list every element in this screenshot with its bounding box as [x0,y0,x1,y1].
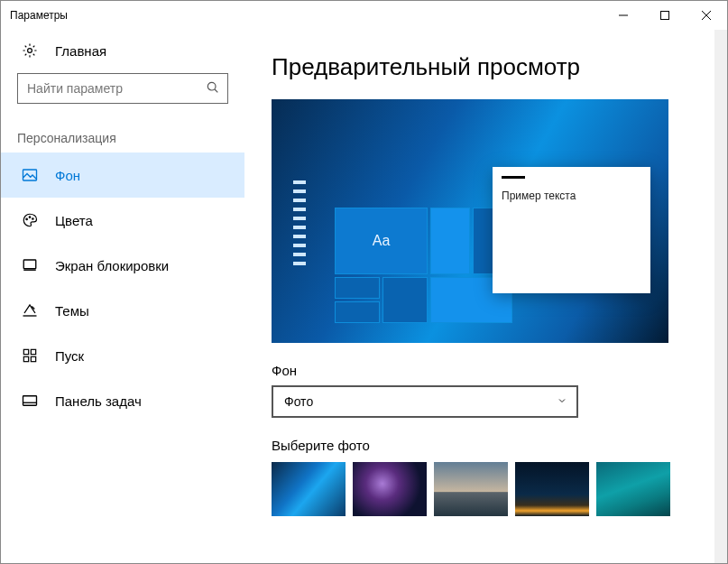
sidebar-category-label: Персонализация [1,113,244,153]
sidebar-item-label: Темы [55,303,89,319]
minimize-button[interactable] [603,1,644,30]
sidebar-item-lockscreen[interactable]: Экран блокировки [1,243,244,288]
window-controls [603,1,727,30]
photo-thumb-2[interactable] [353,462,427,516]
svg-point-2 [207,82,216,90]
search-input[interactable] [27,81,206,96]
preview-heading: Предварительный просмотр [272,53,691,81]
svg-rect-7 [23,260,36,269]
sidebar-item-label: Фон [55,168,80,183]
home-button[interactable]: Главная [1,30,244,71]
background-section-label: Фон [272,363,691,378]
search-box[interactable] [17,73,228,104]
select-value: Фото [284,394,313,409]
photo-thumb-5[interactable] [596,462,670,516]
photo-thumbnails [272,462,691,516]
choose-photo-label: Выберите фото [272,438,691,453]
svg-rect-11 [31,356,35,361]
svg-rect-8 [23,349,28,354]
sidebar-item-colors[interactable]: Цвета [1,198,244,243]
svg-rect-12 [23,396,37,406]
background-type-select[interactable]: Фото [272,385,578,418]
palette-icon [21,211,39,229]
svg-rect-9 [31,349,35,354]
taskbar-icon [21,392,39,410]
sidebar-item-background[interactable]: Фон [1,153,244,198]
preview-taskbar [293,180,308,327]
preview-aa-tile: Aa [335,208,428,274]
lockscreen-icon [21,256,39,274]
svg-point-5 [29,217,31,218]
maximize-button[interactable] [644,1,686,30]
svg-point-6 [32,218,34,220]
start-icon [21,347,39,365]
sidebar-item-themes[interactable]: Темы [1,288,244,333]
close-button[interactable] [686,1,727,30]
preview-box: Aa Пример текста [272,99,668,343]
svg-point-1 [28,49,32,53]
svg-point-4 [26,218,28,220]
photo-thumb-3[interactable] [434,462,508,516]
scrollbar[interactable] [714,30,727,563]
gear-icon [21,42,39,59]
titlebar: Параметры [1,1,727,30]
photo-thumb-1[interactable] [272,462,346,516]
sidebar-item-taskbar[interactable]: Панель задач [1,378,244,423]
main-panel: Предварительный просмотр Aa [244,30,727,563]
sidebar-item-label: Экран блокировки [55,258,169,273]
home-label: Главная [55,43,106,59]
sidebar-item-start[interactable]: Пуск [1,333,244,378]
app-body: Главная Персонализация Фон [1,30,727,563]
preview-sample-window: Пример текста [493,167,650,293]
sidebar-item-label: Панель задач [55,393,142,409]
photo-thumb-4[interactable] [515,462,589,516]
sidebar: Главная Персонализация Фон [1,30,244,563]
svg-rect-10 [23,356,28,361]
window-title: Параметры [10,9,68,22]
preview-start-tiles: Aa [335,208,506,329]
sidebar-item-label: Пуск [55,348,84,364]
search-icon [206,80,220,97]
themes-icon [21,301,39,319]
chevron-down-icon [557,395,567,409]
preview-sample-text: Пример текста [502,190,641,202]
search-container [1,71,244,113]
svg-rect-0 [661,12,669,20]
picture-icon [21,166,39,184]
sidebar-item-label: Цвета [55,213,93,228]
